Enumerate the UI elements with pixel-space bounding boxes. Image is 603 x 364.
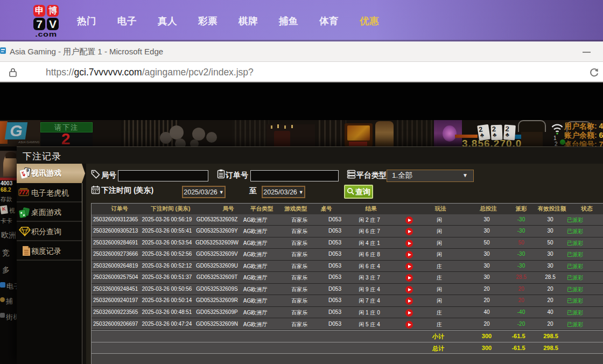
svg-text:777: 777 bbox=[19, 189, 29, 195]
